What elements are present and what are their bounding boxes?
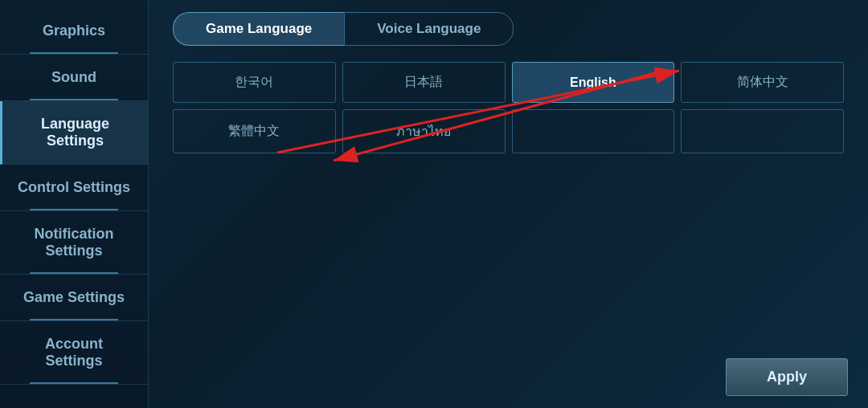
tab-game-language[interactable]: Game Language <box>173 12 344 46</box>
sidebar-item-label: Game Settings <box>23 289 125 305</box>
apply-button-label: Apply <box>767 369 807 385</box>
lang-korean[interactable]: 한국어 <box>173 62 336 103</box>
sidebar-item-label: Language Settings <box>41 116 109 149</box>
sidebar-item-label: Control Settings <box>18 179 130 195</box>
sidebar-item-label: Notification Settings <box>35 226 114 259</box>
sidebar-item-sound[interactable]: Sound <box>0 55 148 101</box>
tab-voice-language-label: Voice Language <box>377 21 481 36</box>
tab-voice-language[interactable]: Voice Language <box>344 12 514 46</box>
sidebar-item-account-settings[interactable]: Account Settings <box>0 321 148 385</box>
lang-traditional-chinese[interactable]: 繁體中文 <box>173 109 336 153</box>
language-tabs: Game Language Voice Language <box>173 12 844 46</box>
sidebar-item-control-settings[interactable]: Control Settings <box>0 165 148 211</box>
sidebar-item-label: Account Settings <box>45 336 103 369</box>
tab-game-language-label: Game Language <box>206 21 312 36</box>
settings-container: Graphics Sound Language Settings Control… <box>0 0 868 408</box>
sidebar: Graphics Sound Language Settings Control… <box>0 0 149 408</box>
lang-empty-1 <box>512 109 675 153</box>
lang-thai[interactable]: ภาษาไทย <box>342 109 506 153</box>
sidebar-item-label: Sound <box>51 69 96 85</box>
sidebar-item-game-settings[interactable]: Game Settings <box>0 275 148 321</box>
main-content: Game Language Voice Language 한국어 日本語 Eng… <box>149 0 868 408</box>
lang-simplified-chinese[interactable]: 简体中文 <box>681 62 844 103</box>
sidebar-item-label: Graphics <box>43 22 105 39</box>
language-grid: 한국어 日本語 English 简体中文 繁體中文 ภาษาไทย <box>173 62 844 153</box>
apply-button[interactable]: Apply <box>726 358 848 396</box>
sidebar-item-notification-settings[interactable]: Notification Settings <box>0 211 148 275</box>
sidebar-item-language-settings[interactable]: Language Settings <box>0 101 148 165</box>
lang-empty-2 <box>681 109 844 153</box>
lang-japanese[interactable]: 日本語 <box>342 62 506 103</box>
lang-english[interactable]: English <box>512 62 675 103</box>
sidebar-item-graphics[interactable]: Graphics <box>0 8 148 55</box>
